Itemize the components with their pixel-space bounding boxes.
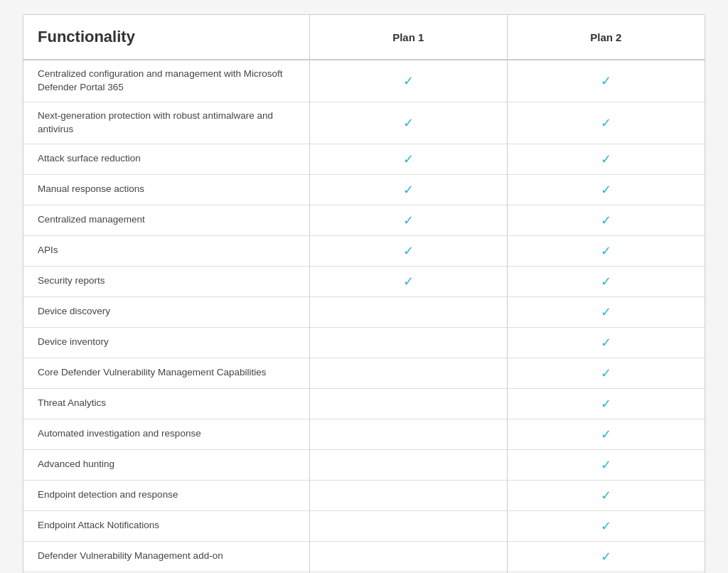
feature-name: Manual response actions <box>23 174 309 205</box>
plan2-check-icon: ✓ <box>601 518 611 534</box>
table-row: Advanced hunting✓ <box>23 449 705 480</box>
plan1-cell <box>309 358 507 388</box>
col-functionality-header: Functionality <box>23 15 309 60</box>
plan1-cell: ✓ <box>309 60 507 102</box>
plan2-check-icon: ✓ <box>601 182 611 198</box>
feature-name: APIs <box>23 235 309 266</box>
table-row: Endpoint Attack Notifications✓ <box>23 510 705 541</box>
plan2-check-icon: ✓ <box>601 488 611 503</box>
feature-name: Device discovery <box>23 296 309 327</box>
plan1-check-icon: ✓ <box>403 182 414 198</box>
plan1-check-icon: ✓ <box>403 73 414 89</box>
plan2-cell: ✓ <box>507 235 705 266</box>
feature-name: Core Defender Vulnerability Management C… <box>23 358 309 388</box>
plan1-check-icon: ✓ <box>403 213 414 228</box>
plan1-check-icon: ✓ <box>403 274 414 289</box>
plan2-cell: ✓ <box>507 510 705 541</box>
plan1-cell <box>309 388 507 419</box>
plan2-cell: ✓ <box>507 358 705 388</box>
plan2-cell: ✓ <box>507 174 705 205</box>
plan2-cell: ✓ <box>507 266 705 296</box>
table-row: Security reports✓✓ <box>23 266 705 296</box>
plan2-check-icon: ✓ <box>601 457 611 473</box>
feature-name: Centralized management <box>23 205 309 235</box>
plan1-cell <box>309 449 507 480</box>
plan1-cell: ✓ <box>309 235 507 266</box>
table-row: Manual response actions✓✓ <box>23 174 705 205</box>
col-plan2-header: Plan 2 <box>507 15 705 60</box>
table-row: Threat Analytics✓ <box>23 388 705 419</box>
plan2-cell: ✓ <box>507 327 705 358</box>
plan1-cell: ✓ <box>309 266 507 296</box>
table-row: Core Defender Vulnerability Management C… <box>23 358 705 388</box>
plan1-cell: ✓ <box>309 174 507 205</box>
feature-name: Endpoint detection and response <box>23 480 309 510</box>
table-header-row: Functionality Plan 1 Plan 2 <box>23 15 705 60</box>
plan2-check-icon: ✓ <box>601 213 611 228</box>
plan2-cell: ✓ <box>507 419 705 449</box>
plan1-cell <box>309 419 507 449</box>
plan1-check-icon: ✓ <box>403 243 414 259</box>
table-row: Attack surface reduction✓✓ <box>23 144 705 174</box>
plan2-cell: ✓ <box>507 480 705 510</box>
plan2-cell: ✓ <box>507 144 705 174</box>
table-row: Automated investigation and response✓ <box>23 419 705 449</box>
plan1-cell <box>309 296 507 327</box>
table-row: Endpoint detection and response✓ <box>23 480 705 510</box>
plan2-cell: ✓ <box>507 449 705 480</box>
feature-name: Centralized configuration and management… <box>23 60 309 102</box>
table-row: APIs✓✓ <box>23 235 705 266</box>
feature-name: Device inventory <box>23 327 309 358</box>
comparison-table: Functionality Plan 1 Plan 2 Centralized … <box>23 14 705 573</box>
plan2-check-icon: ✓ <box>601 115 611 131</box>
plan1-check-icon: ✓ <box>403 151 414 167</box>
feature-name: Endpoint Attack Notifications <box>23 510 309 541</box>
feature-name: Next-generation protection with robust a… <box>23 102 309 144</box>
plan2-check-icon: ✓ <box>601 427 611 442</box>
feature-name: Security reports <box>23 266 309 296</box>
plan2-cell: ✓ <box>507 60 705 102</box>
plan2-check-icon: ✓ <box>601 151 611 167</box>
plan1-cell <box>309 510 507 541</box>
table-row: Defender Vulnerability Management add-on… <box>23 541 705 572</box>
table-row: Device discovery✓ <box>23 296 705 327</box>
table-row: Device inventory✓ <box>23 327 705 358</box>
plan2-check-icon: ✓ <box>601 304 611 320</box>
feature-name: Advanced hunting <box>23 449 309 480</box>
table-row: Next-generation protection with robust a… <box>23 102 705 144</box>
plan1-cell: ✓ <box>309 102 507 144</box>
plan1-cell: ✓ <box>309 205 507 235</box>
plan2-check-icon: ✓ <box>601 243 611 259</box>
plan2-cell: ✓ <box>507 296 705 327</box>
feature-name: Attack surface reduction <box>23 144 309 174</box>
table-row: Centralized management✓✓ <box>23 205 705 235</box>
plan2-check-icon: ✓ <box>601 396 611 412</box>
plan1-cell <box>309 480 507 510</box>
plan2-check-icon: ✓ <box>601 335 611 350</box>
plan2-cell: ✓ <box>507 541 705 572</box>
plan2-cell: ✓ <box>507 102 705 144</box>
feature-name: Automated investigation and response <box>23 419 309 449</box>
plan2-check-icon: ✓ <box>601 365 611 381</box>
table-row: Centralized configuration and management… <box>23 60 705 102</box>
plan2-check-icon: ✓ <box>601 549 611 564</box>
plan2-check-icon: ✓ <box>601 73 611 89</box>
plan1-cell <box>309 327 507 358</box>
plan2-cell: ✓ <box>507 205 705 235</box>
plan1-check-icon: ✓ <box>403 115 414 131</box>
plan2-check-icon: ✓ <box>601 274 611 289</box>
feature-name: Threat Analytics <box>23 388 309 419</box>
col-plan1-header: Plan 1 <box>309 15 507 60</box>
plan1-cell <box>309 541 507 572</box>
plan2-cell: ✓ <box>507 388 705 419</box>
feature-name: Defender Vulnerability Management add-on <box>23 541 309 572</box>
plan1-cell: ✓ <box>309 144 507 174</box>
